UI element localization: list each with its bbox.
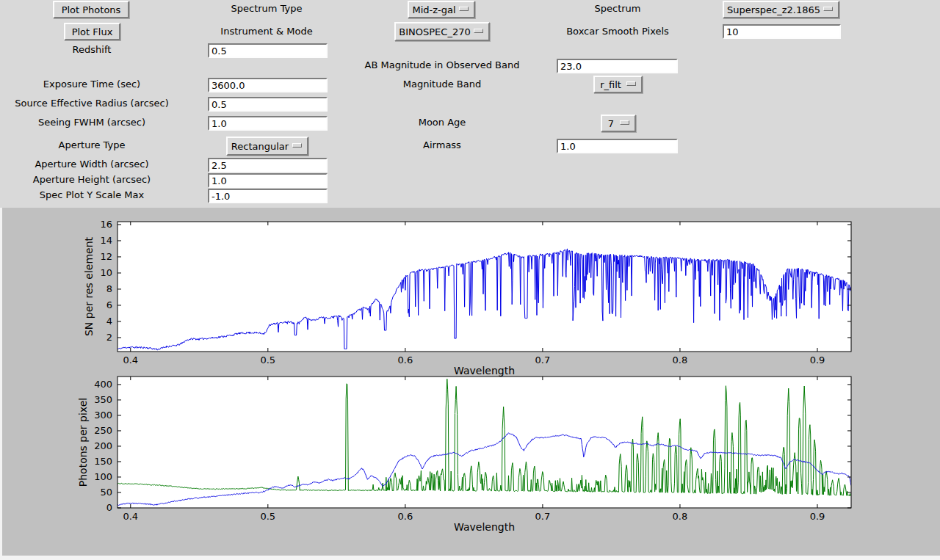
svg-text:0.4: 0.4 [123, 354, 138, 366]
seeing-fwhm-label: Seeing FWHM (arcsec) [0, 117, 184, 128]
svg-text:Wavelength: Wavelength [454, 521, 515, 533]
spectrum-plots: 0.40.50.60.70.80.9246810121416Wavelength… [0, 208, 940, 560]
svg-text:0.6: 0.6 [398, 511, 413, 522]
dropdown-indicator-icon [626, 81, 636, 86]
svg-text:100: 100 [94, 471, 112, 482]
svg-text:12: 12 [100, 251, 112, 262]
exposure-time-input[interactable] [208, 78, 328, 92]
redshift-label: Redshift [0, 44, 184, 56]
instrument-mode-value: BINOSPEC_270 [399, 26, 470, 37]
svg-text:50: 50 [100, 487, 112, 498]
parameter-form: Plot Photons Spectrum Type Mid-z-gal Spe… [0, 0, 940, 208]
magnitude-band-label: Magnitude Band [332, 79, 552, 90]
y-scale-max-input[interactable] [208, 189, 328, 203]
svg-text:0.7: 0.7 [535, 354, 551, 366]
instrument-mode-label: Instrument & Mode [193, 26, 340, 37]
exposure-time-label: Exposure Time (sec) [0, 79, 184, 90]
svg-text:0.5: 0.5 [260, 511, 275, 522]
svg-text:0.4: 0.4 [123, 511, 138, 522]
svg-text:16: 16 [100, 219, 112, 230]
svg-text:0: 0 [106, 502, 112, 513]
redshift-input[interactable] [208, 43, 328, 58]
aperture-width-label: Aperture Width (arcsec) [0, 159, 184, 170]
airmass-input[interactable] [557, 139, 678, 153]
svg-text:0.7: 0.7 [535, 511, 551, 522]
plot-photons-button[interactable]: Plot Photons [53, 1, 129, 18]
svg-text:SN per res element: SN per res element [83, 236, 95, 336]
spectrum-type-menu[interactable]: Mid-z-gal [408, 1, 475, 18]
svg-text:0.5: 0.5 [260, 354, 275, 366]
svg-text:200: 200 [94, 440, 112, 451]
spectrum-menu[interactable]: Superspec_z2.1865 [723, 1, 839, 18]
svg-text:350: 350 [94, 394, 112, 405]
moon-age-menu[interactable]: 7 [601, 114, 636, 132]
instrument-mode-menu[interactable]: BINOSPEC_270 [394, 22, 490, 41]
canvas-bottom-edge [0, 556, 940, 560]
svg-text:10: 10 [100, 267, 112, 278]
svg-text:6: 6 [106, 299, 112, 310]
svg-text:0.6: 0.6 [398, 354, 413, 366]
moon-age-label: Moon Age [332, 117, 552, 128]
svg-text:Wavelength: Wavelength [454, 365, 515, 377]
svg-text:4: 4 [106, 316, 112, 327]
magnitude-band-value: r_filt [600, 79, 621, 90]
boxcar-smooth-label: Boxcar Smooth Pixels [544, 26, 691, 37]
figure-canvas: 0.40.50.60.70.80.9246810121416Wavelength… [0, 208, 940, 560]
aperture-height-input[interactable] [208, 173, 328, 188]
spectrum-value: Superspec_z2.1865 [727, 4, 820, 15]
seeing-fwhm-input[interactable] [208, 116, 328, 131]
plot-flux-button[interactable]: Plot Flux [64, 23, 120, 40]
canvas-left-edge [0, 208, 2, 560]
spectrum-type-value: Mid-z-gal [412, 4, 455, 15]
aperture-type-label: Aperture Type [0, 139, 184, 151]
dropdown-indicator-icon [459, 7, 469, 11]
svg-text:0.8: 0.8 [673, 511, 688, 522]
aperture-type-value: Rectangular [231, 141, 289, 152]
dropdown-indicator-icon [823, 7, 833, 11]
spectrum-label: Spectrum [544, 3, 691, 15]
dropdown-indicator-icon [474, 29, 483, 33]
svg-text:300: 300 [94, 410, 112, 421]
svg-text:250: 250 [94, 425, 112, 436]
svg-text:0.9: 0.9 [810, 354, 825, 366]
boxcar-smooth-input[interactable] [723, 24, 841, 39]
svg-text:150: 150 [94, 456, 112, 467]
etc-application-window: Plot Photons Spectrum Type Mid-z-gal Spe… [0, 0, 940, 560]
svg-text:Photons per pixel: Photons per pixel [77, 398, 89, 487]
moon-age-value: 7 [608, 118, 614, 129]
ab-magnitude-input[interactable] [557, 59, 678, 73]
svg-text:14: 14 [100, 235, 112, 246]
y-scale-max-label: Spec Plot Y Scale Max [0, 189, 184, 201]
airmass-label: Airmass [332, 139, 552, 151]
svg-text:0.8: 0.8 [673, 354, 688, 366]
aperture-type-menu[interactable]: Rectangular [226, 137, 308, 156]
svg-text:400: 400 [94, 379, 112, 390]
ab-magnitude-label: AB Magnitude in Observed Band [332, 59, 552, 71]
source-radius-label: Source Effective Radius (arcsec) [0, 98, 184, 109]
svg-text:2: 2 [106, 332, 112, 343]
svg-text:8: 8 [106, 283, 112, 294]
spectrum-type-label: Spectrum Type [193, 3, 340, 15]
dropdown-indicator-icon [620, 120, 629, 125]
aperture-width-input[interactable] [208, 158, 328, 172]
source-radius-input[interactable] [208, 97, 328, 112]
aperture-height-label: Aperture Height (arcsec) [0, 174, 184, 186]
magnitude-band-menu[interactable]: r_filt [593, 76, 643, 93]
dropdown-indicator-icon [292, 143, 302, 148]
svg-text:0.9: 0.9 [810, 511, 825, 522]
